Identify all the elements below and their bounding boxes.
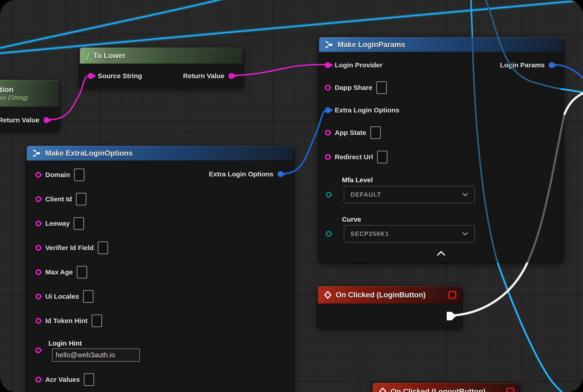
node-to-lower-header[interactable]: ƒ To Lower (80, 48, 243, 64)
chevron-down-icon (462, 232, 468, 236)
client-id-row: Client Id (35, 193, 86, 206)
node-melo-header[interactable]: Make ExtraLoginOptions (26, 146, 294, 161)
dapp-share-pin[interactable] (325, 85, 331, 90)
redirect-url-checkbox[interactable] (377, 151, 388, 163)
id-token-hint-checkbox[interactable] (92, 314, 102, 327)
return-value-output-row: Return Value (0, 116, 49, 124)
return-value-label: Return Value (0, 116, 40, 124)
extra-login-options-output-row: Extra Login Options (209, 170, 284, 178)
exec-output-pin[interactable] (447, 312, 456, 320)
make-struct-icon (325, 41, 334, 48)
wire-cyan-glow (0, 0, 251, 50)
source-string-pin[interactable] (88, 73, 94, 79)
ui-locales-label: Ui Locales (45, 293, 79, 300)
extra-login-options-output-pin[interactable] (278, 171, 284, 177)
extra-login-options-input-row: Extra Login Options (325, 106, 400, 114)
wire-cyan-d-bottom (498, 263, 568, 392)
leeway-row: Leeway (35, 217, 84, 230)
node-get-text-header[interactable]: tion ox (String) (0, 80, 59, 107)
id-token-hint-label: Id Token Hint (45, 317, 88, 325)
acr-values-pin[interactable] (35, 377, 41, 382)
acr-values-label: Acr Values (45, 376, 80, 384)
max-age-label: Max Age (45, 268, 73, 276)
verifier-id-field-pin[interactable] (35, 245, 41, 251)
domain-label: Domain (45, 171, 70, 179)
collapse-node-chevron-icon[interactable] (436, 250, 446, 256)
verifier-id-field-row: Verifier Id Field (35, 242, 108, 254)
to-lower-return-label: Return Value (183, 72, 224, 80)
redirect-url-pin[interactable] (325, 154, 331, 160)
id-token-hint-pin[interactable] (35, 318, 41, 324)
ui-locales-checkbox[interactable] (83, 290, 94, 303)
node-make-extra-login-options: Make ExtraLoginOptions Domain Client Id … (26, 145, 294, 392)
max-age-checkbox[interactable] (77, 266, 87, 278)
mfa-level-label: Mfa Level (342, 176, 373, 184)
curve-label: Curve (342, 216, 361, 223)
dapp-share-label: Dapp Share (335, 84, 372, 92)
leeway-checkbox[interactable] (74, 217, 84, 230)
verifier-id-field-label: Verifier Id Field (45, 244, 94, 252)
domain-row: Domain (35, 168, 84, 181)
node-to-lower-title: To Lower (93, 51, 126, 60)
client-id-label: Client Id (45, 195, 72, 203)
dapp-share-row: Dapp Share (325, 81, 387, 94)
login-hint-input[interactable] (52, 348, 140, 362)
login-params-output-row: Login Params (500, 61, 554, 69)
wire-exec-bright-upper (564, 90, 583, 114)
blueprint-graph-canvas[interactable]: tion ox (String) Return Value ƒ To Lower… (0, 0, 583, 392)
delegate-pin-icon[interactable] (506, 388, 514, 392)
login-provider-pin[interactable] (325, 62, 331, 68)
acr-values-checkbox[interactable] (84, 373, 94, 386)
login-provider-row: Login Provider (325, 61, 382, 69)
node-on-clicked-login-header[interactable]: On Clicked (LoginButton) (318, 286, 462, 304)
curve-value: SECP256K1 (350, 230, 389, 238)
domain-checkbox[interactable] (74, 168, 84, 181)
mfa-level-value: DEFAULT (350, 191, 382, 198)
id-token-hint-row: Id Token Hint (35, 314, 102, 327)
extra-login-options-input-pin[interactable] (325, 107, 331, 113)
node-melo-title: Make ExtraLoginOptions (45, 149, 133, 158)
domain-pin[interactable] (35, 172, 41, 178)
function-icon: ƒ (86, 51, 90, 60)
node-get-text-subtitle: ox (String) (0, 94, 28, 102)
node-on-clicked-logout-button: On Clicked (LogoutButton) (372, 382, 520, 392)
login-params-output-pin[interactable] (549, 62, 554, 68)
app-state-pin[interactable] (325, 130, 331, 136)
login-params-output-label: Login Params (500, 61, 545, 69)
delegate-pin-icon[interactable] (448, 291, 456, 299)
dapp-share-checkbox[interactable] (376, 81, 387, 94)
verifier-id-field-checkbox[interactable] (98, 242, 108, 254)
node-make-login-params: Make LoginParams Login Provider Dapp Sha… (318, 37, 564, 263)
mfa-level-dropdown[interactable]: DEFAULT (344, 186, 475, 204)
to-lower-return-pin[interactable] (228, 73, 234, 79)
curve-pin[interactable] (326, 231, 332, 237)
node-on-clicked-login-button: On Clicked (LoginButton) (317, 286, 462, 328)
redirect-url-row: Redirect Url (325, 151, 388, 163)
extra-login-options-output-label: Extra Login Options (209, 170, 274, 178)
ui-locales-pin[interactable] (35, 294, 41, 300)
wire-cyan-a (0, 0, 251, 50)
wire-string-tolower-to-loginprovider (232, 65, 327, 76)
client-id-pin[interactable] (35, 196, 41, 202)
node-on-clicked-login-title: On Clicked (LoginButton) (336, 290, 426, 299)
login-hint-pin[interactable] (35, 348, 41, 353)
mfa-level-pin[interactable] (326, 192, 332, 198)
node-to-lower: ƒ To Lower Source String Return Value (79, 47, 244, 88)
make-struct-icon (32, 149, 42, 157)
login-provider-label: Login Provider (335, 61, 382, 69)
acr-values-row: Acr Values (35, 373, 94, 386)
curve-dropdown[interactable]: SECP256K1 (344, 225, 475, 243)
event-diamond-icon (378, 387, 387, 392)
app-state-checkbox[interactable] (370, 126, 381, 139)
return-value-pin[interactable] (44, 117, 49, 123)
node-mlp-header[interactable]: Make LoginParams (319, 37, 563, 52)
event-diamond-icon (324, 290, 332, 299)
max-age-pin[interactable] (35, 269, 41, 275)
login-hint-label: Login Hint (48, 340, 82, 347)
node-get-text-partial: tion ox (String) Return Value (0, 79, 60, 131)
leeway-pin[interactable] (35, 220, 41, 226)
node-on-clicked-logout-header[interactable]: On Clicked (LogoutButton) (372, 383, 520, 392)
to-lower-return-row: Return Value (183, 72, 234, 80)
client-id-checkbox[interactable] (76, 193, 86, 206)
source-string-label: Source String (98, 72, 142, 80)
